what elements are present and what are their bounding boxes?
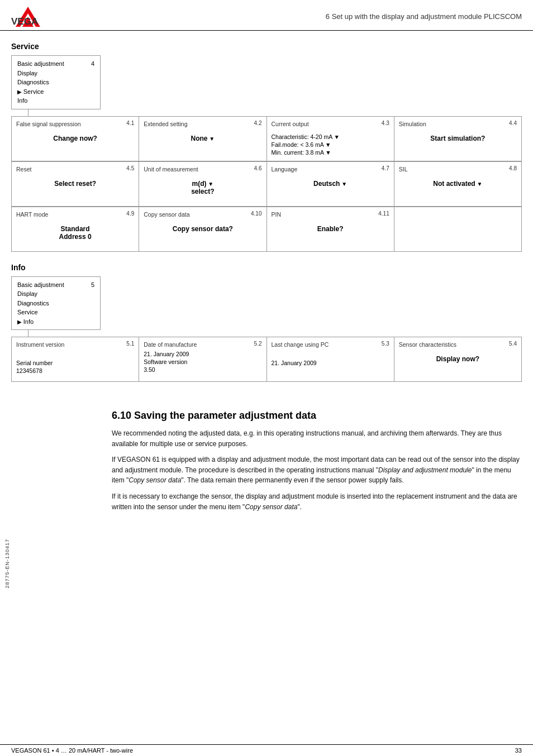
chapter-italic-2: Copy sensor data	[129, 476, 181, 484]
card-4-5-number: 4.5	[126, 165, 134, 171]
card-4-4-value[interactable]: Start simulation?	[399, 135, 517, 142]
card-simulation: Simulation 4.4 Start simulation?	[394, 117, 522, 161]
service-menu-item-info[interactable]: Info	[17, 96, 94, 106]
chapter-italic-3: Copy sensor data	[245, 503, 297, 511]
chapter-body: We recommended noting the adjusted data,…	[112, 428, 522, 512]
svg-text:VEGA: VEGA	[11, 16, 38, 27]
card-4-7-dropdown[interactable]: Deutsch	[313, 180, 347, 188]
card-4-3-sub2[interactable]: Fail.mode: < 3.6 mA ▼	[272, 141, 389, 148]
chapter-para-2: If VEGASON 61 is equipped with a display…	[112, 454, 522, 486]
service-menu-item-diagnostics[interactable]: Diagnostics	[17, 78, 94, 87]
card-4-8-value[interactable]: Not activated	[399, 180, 517, 188]
card-5-2-number: 5.2	[254, 341, 262, 347]
card-4-5-value[interactable]: Select reset?	[16, 180, 134, 188]
card-4-8-dropdown[interactable]: Not activated	[433, 180, 482, 188]
card-5-2-sw-value: 3.50	[144, 366, 261, 373]
card-5-2-content: 21. January 2009 Software version 3.50	[144, 351, 261, 373]
card-4-7-value[interactable]: Deutsch	[272, 180, 389, 188]
service-menu-item-basic[interactable]: Basic adjustment 4	[17, 59, 94, 69]
card-pin: PIN 4.11 Enable?	[267, 207, 394, 252]
logo: VEGA	[11, 6, 50, 27]
card-4-1-title: False signal suppression	[16, 121, 81, 127]
footer-page-number: 33	[515, 747, 522, 754]
card-4-6-title: Unit of measurement	[144, 166, 198, 173]
card-5-3-date: 21. January 2009	[272, 360, 389, 366]
card-4-11-value[interactable]: Enable?	[272, 225, 389, 233]
card-5-4-number: 5.4	[509, 341, 517, 347]
chapter-para-1: We recommended noting the adjusted data,…	[112, 428, 522, 449]
card-4-10-value[interactable]: Copy sensor data?	[144, 225, 261, 233]
info-menu-item-diagnostics[interactable]: Diagnostics	[17, 299, 94, 308]
card-date-manufacture: Date of manufacture 5.2 21. January 2009…	[139, 337, 266, 382]
service-row1: False signal suppression 4.1 Change now?…	[11, 116, 522, 161]
card-5-3-title: Last change using PC	[272, 341, 329, 348]
card-5-4-title: Sensor characteristics	[399, 341, 456, 348]
card-4-2-title: Extended setting	[144, 121, 187, 127]
info-menu-box: Basic adjustment 5 Display Diagnostics S…	[11, 276, 101, 331]
card-empty-1	[394, 207, 522, 252]
card-5-4-value[interactable]: Display now?	[399, 355, 517, 363]
service-menu-item-display[interactable]: Display	[17, 69, 94, 78]
card-4-3-number: 4.3	[382, 120, 389, 126]
card-hart-mode: HART mode 4.9 Standard Address 0	[12, 207, 139, 252]
card-5-1-title: Instrument version	[16, 341, 64, 348]
info-menu-item-basic[interactable]: Basic adjustment 5	[17, 280, 94, 290]
info-menu-item-service[interactable]: Service	[17, 308, 94, 317]
card-4-9-value1[interactable]: Standard	[16, 225, 134, 233]
card-sensor-characteristics: Sensor characteristics 5.4 Display now?	[394, 337, 522, 382]
card-4-3-sub1[interactable]: Characteristic: 4-20 mA ▼	[272, 133, 389, 140]
card-4-2-number: 4.2	[254, 120, 262, 126]
card-current-output: Current output 4.3 Characteristic: 4-20 …	[267, 117, 394, 161]
card-4-3-subs: Characteristic: 4-20 mA ▼ Fail.mode: < 3…	[272, 133, 389, 156]
card-4-9-number: 4.9	[126, 210, 134, 217]
chapter-title: 6.10 Saving the parameter adjustment dat…	[112, 410, 522, 422]
info-menu-wrapper: Basic adjustment 5 Display Diagnostics S…	[11, 276, 522, 331]
card-language: Language 4.7 Deutsch	[267, 162, 394, 207]
card-sil: SIL 4.8 Not activated	[394, 162, 522, 207]
footer-product-name: VEGASON 61 • 4 … 20 mA/HART - two-wire	[11, 747, 133, 754]
service-menu-wrapper: Basic adjustment 4 Display Diagnostics S…	[11, 55, 522, 109]
card-4-10-number: 4.10	[251, 210, 261, 217]
card-4-6-value[interactable]: m(d)	[144, 180, 261, 188]
card-5-1-serial-value: 12345678	[16, 367, 134, 374]
info-section: Info Basic adjustment 5 Display Diagnost…	[11, 263, 522, 382]
card-4-3-title: Current output	[272, 121, 309, 127]
card-4-11-title: PIN	[272, 211, 282, 218]
card-4-2-dropdown[interactable]: None	[191, 135, 215, 142]
service-row3: HART mode 4.9 Standard Address 0 Copy se…	[11, 207, 522, 252]
card-5-2-title: Date of manufacture	[144, 341, 197, 348]
card-4-2-value[interactable]: None	[144, 135, 261, 142]
chapter-para-3: If it is necessary to exchange the senso…	[112, 491, 522, 512]
page-footer: VEGASON 61 • 4 … 20 mA/HART - two-wire 3…	[0, 744, 533, 756]
card-5-1-content: Serial number 12345678	[16, 360, 134, 374]
card-5-3-number: 5.3	[382, 341, 389, 347]
service-menu-box: Basic adjustment 4 Display Diagnostics S…	[11, 55, 101, 109]
card-extended-setting: Extended setting 4.2 None	[139, 117, 266, 161]
service-section: Service Basic adjustment 4 Display Diagn…	[11, 42, 522, 252]
card-4-5-title: Reset	[16, 166, 31, 173]
card-4-1-value[interactable]: Change now?	[16, 135, 134, 142]
card-4-1-number: 4.1	[126, 120, 134, 126]
card-4-8-number: 4.8	[509, 165, 517, 171]
card-4-6-number: 4.6	[254, 165, 262, 171]
card-5-3-content: 21. January 2009	[272, 360, 389, 366]
card-5-2-date: 21. January 2009	[144, 351, 261, 357]
info-row1: Instrument version 5.1 Serial number 123…	[11, 337, 522, 382]
service-menu-item-service[interactable]: Service	[17, 87, 94, 97]
info-heading: Info	[11, 263, 522, 272]
chapter-italic-1: Display and adjustment module	[378, 466, 472, 474]
card-4-9-value2[interactable]: Address 0	[16, 233, 134, 241]
vega-logo-icon: VEGA	[11, 6, 50, 27]
card-4-6-value2[interactable]: select?	[144, 188, 261, 195]
info-connector-line	[28, 330, 28, 337]
card-4-6-dropdown[interactable]: m(d)	[192, 180, 214, 188]
service-connector-line	[28, 109, 28, 116]
card-4-10-title: Copy sensor data	[144, 211, 189, 218]
header-title: 6 Set up with the display and adjustment…	[326, 12, 522, 21]
info-menu-item-display[interactable]: Display	[17, 289, 94, 299]
info-menu-item-info[interactable]: Info	[17, 317, 94, 327]
card-instrument-version: Instrument version 5.1 Serial number 123…	[12, 337, 139, 382]
card-4-9-title: HART mode	[16, 211, 48, 218]
card-last-change-pc: Last change using PC 5.3 21. January 200…	[267, 337, 394, 382]
card-4-3-sub3[interactable]: Min. current: 3.8 mA ▼	[272, 149, 389, 156]
